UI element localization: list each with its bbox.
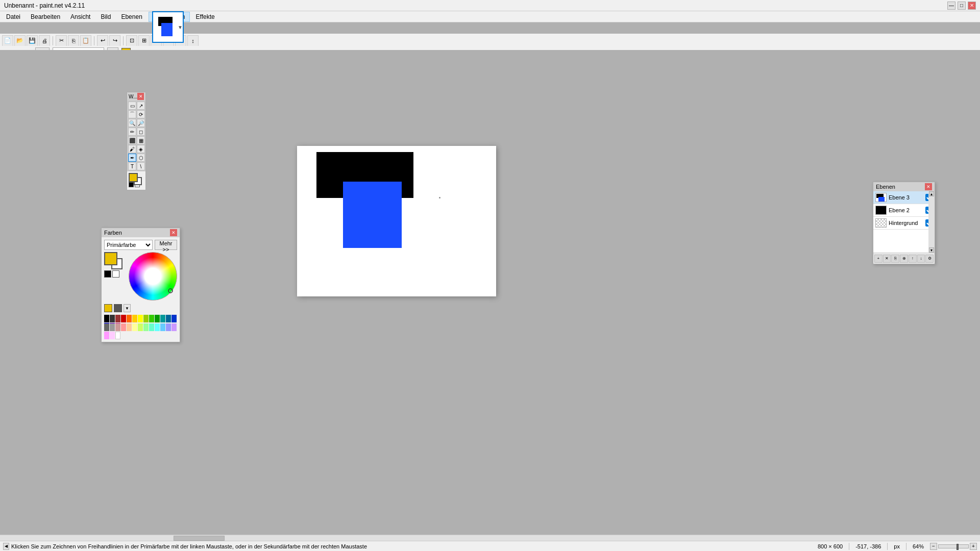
- menu-ebenen[interactable]: Ebenen: [117, 12, 146, 21]
- colors-panel-close[interactable]: ✕: [170, 229, 177, 236]
- tools-panel-close[interactable]: ✕: [137, 93, 144, 100]
- redo-button[interactable]: ↪: [109, 35, 120, 46]
- open-button[interactable]: 📂: [14, 35, 26, 46]
- pal-lightgray[interactable]: [110, 323, 115, 331]
- pal-lavender[interactable]: [172, 323, 177, 331]
- color-mode-select[interactable]: Primärfarbe Sekundärfarbe: [104, 240, 153, 250]
- close-button[interactable]: ✕: [968, 2, 976, 10]
- merge-layer-button[interactable]: ⊕: [900, 255, 908, 263]
- thumbnail-expand[interactable]: ▼: [178, 24, 183, 30]
- tools-panel-titlebar[interactable]: W... ✕: [127, 92, 145, 101]
- layers-panel-close[interactable]: ✕: [925, 183, 932, 190]
- save-button[interactable]: 💾: [27, 35, 38, 46]
- pal-teal[interactable]: [160, 315, 165, 322]
- hex-dropdown-btn[interactable]: ▼: [124, 304, 131, 312]
- flip-v-button[interactable]: ↕: [187, 35, 199, 46]
- menu-bearbeiten[interactable]: Bearbeiten: [27, 12, 64, 21]
- horizontal-scrollbar[interactable]: [0, 535, 980, 541]
- zoom-slider[interactable]: [938, 544, 969, 548]
- move-layer-down-button[interactable]: ↓: [917, 255, 925, 263]
- main-canvas[interactable]: [297, 146, 496, 296]
- scroll-down[interactable]: ▼: [929, 247, 934, 253]
- minimize-button[interactable]: —: [947, 2, 955, 10]
- pal-skyblue[interactable]: [160, 323, 165, 331]
- status-left-arrow[interactable]: ◀: [3, 543, 9, 550]
- layers-panel-titlebar[interactable]: Ebenen ✕: [873, 182, 935, 191]
- tool-lasso[interactable]: ⌒: [128, 110, 136, 118]
- layer-properties-button[interactable]: ⚙: [925, 255, 934, 263]
- move-layer-up-button[interactable]: ↑: [909, 255, 917, 263]
- hscroll-thumb[interactable]: [174, 536, 225, 541]
- menu-effekte[interactable]: Effekte: [192, 12, 219, 21]
- pal-orange[interactable]: [127, 315, 132, 322]
- add-layer-button[interactable]: +: [874, 255, 883, 263]
- menu-bild[interactable]: Bild: [96, 12, 115, 21]
- pal-darkcyan[interactable]: [166, 315, 171, 322]
- hex-color2[interactable]: [114, 304, 122, 312]
- zoom-in-button[interactable]: +: [970, 543, 977, 550]
- menu-ansicht[interactable]: Ansicht: [66, 12, 94, 21]
- pal-cyan[interactable]: [155, 323, 160, 331]
- tool-eraser[interactable]: ◻: [137, 128, 145, 136]
- resize-button[interactable]: ⊞: [138, 35, 150, 46]
- black-reset-swatch[interactable]: [104, 270, 111, 278]
- tool-rectangle[interactable]: ▭: [128, 102, 136, 110]
- tool-paintbucket[interactable]: ⬛: [128, 136, 136, 144]
- menu-datei[interactable]: Datei: [2, 12, 24, 21]
- tool-zoom-out[interactable]: 🔎: [137, 119, 145, 127]
- pal-salmon[interactable]: [121, 323, 126, 331]
- print-button[interactable]: 🖨: [39, 35, 50, 46]
- tool-pencil2[interactable]: ✒: [128, 154, 136, 162]
- tool-text[interactable]: T: [128, 162, 136, 170]
- tool-pencil[interactable]: ✏: [128, 128, 136, 136]
- primary-color-block[interactable]: [104, 252, 117, 265]
- colors-panel-titlebar[interactable]: Farben ✕: [102, 228, 180, 237]
- tool-move[interactable]: ↗: [137, 102, 145, 110]
- pal-brightyellow[interactable]: [138, 315, 143, 322]
- copy-button[interactable]: ⎘: [68, 35, 79, 46]
- pal-darkred[interactable]: [115, 315, 120, 322]
- tool-paintbrush[interactable]: 🖌: [128, 145, 136, 153]
- tool-zoom-in[interactable]: 🔍: [128, 119, 136, 127]
- white-reset-swatch[interactable]: [112, 270, 119, 278]
- cut-button[interactable]: ✂: [56, 35, 67, 46]
- zoom-out-button[interactable]: −: [930, 543, 937, 550]
- pal-black[interactable]: [104, 315, 109, 322]
- hex-color1[interactable]: [104, 304, 112, 312]
- black-swatch[interactable]: [129, 182, 134, 187]
- pal-green[interactable]: [149, 315, 154, 322]
- tool-shapes[interactable]: ⬡: [137, 154, 145, 162]
- zoom-slider-thumb[interactable]: [957, 544, 959, 550]
- pal-white[interactable]: [115, 332, 120, 339]
- color-wheel-container[interactable]: [129, 252, 177, 302]
- undo-button[interactable]: ↩: [97, 35, 108, 46]
- pal-peach[interactable]: [127, 323, 132, 331]
- pal-red[interactable]: [121, 315, 126, 322]
- scroll-up[interactable]: ▲: [929, 191, 934, 196]
- primary-swatch[interactable]: [129, 173, 138, 182]
- new-button[interactable]: 📄: [2, 35, 13, 46]
- pal-orchid[interactable]: [104, 332, 109, 339]
- layer-item-bg[interactable]: Hintergrund: [873, 217, 935, 230]
- pal-periwinkle[interactable]: [166, 323, 171, 331]
- layer-item-3[interactable]: Ebene 3: [873, 191, 935, 204]
- crop-button[interactable]: ⊡: [126, 35, 137, 46]
- pal-yellowgreen[interactable]: [143, 315, 149, 322]
- pal-lightyellow[interactable]: [132, 323, 137, 331]
- pal-lightpink[interactable]: [110, 332, 115, 339]
- pal-darkblue[interactable]: [172, 315, 177, 322]
- delete-layer-button[interactable]: ✕: [883, 255, 891, 263]
- pal-lightred[interactable]: [115, 323, 120, 331]
- pal-lime[interactable]: [138, 323, 143, 331]
- paste-button[interactable]: 📋: [80, 35, 91, 46]
- tool-stamp[interactable]: ◈: [137, 145, 145, 153]
- pal-lightgreen[interactable]: [143, 323, 149, 331]
- pal-darkgray[interactable]: [110, 315, 115, 322]
- tool-recolor[interactable]: ⟳: [137, 110, 145, 118]
- duplicate-layer-button[interactable]: ⎘: [891, 255, 899, 263]
- layer-item-2[interactable]: Ebene 2: [873, 204, 935, 217]
- more-button[interactable]: Mehr >>: [155, 240, 177, 250]
- pal-mint[interactable]: [149, 323, 154, 331]
- pal-darkgreen[interactable]: [155, 315, 160, 322]
- tool-line[interactable]: \: [137, 162, 145, 170]
